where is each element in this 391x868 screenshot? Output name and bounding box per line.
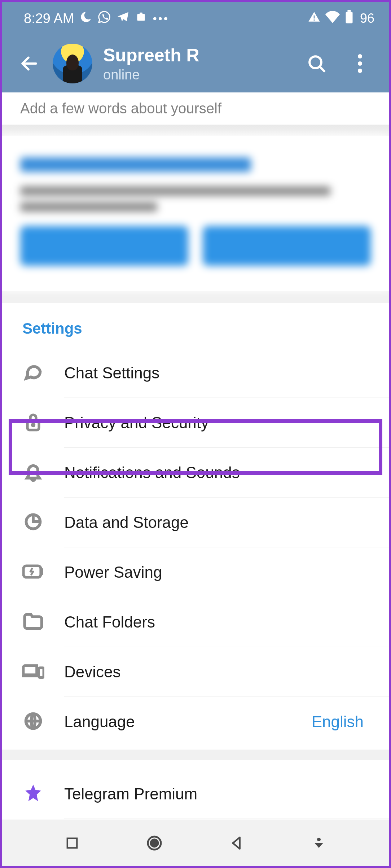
svg-rect-15: [67, 838, 77, 848]
settings-item-premium[interactable]: Telegram Premium: [2, 769, 389, 819]
svg-rect-2: [346, 12, 352, 23]
nav-home-button[interactable]: [142, 830, 167, 856]
settings-item-power-saving[interactable]: Power Saving: [2, 547, 389, 597]
chat-bubble-icon: [24, 363, 43, 383]
promo-button[interactable]: [203, 226, 371, 266]
settings-item-label: Chat Folders: [64, 613, 369, 631]
profile-header: Supreeth R online: [2, 35, 389, 92]
nav-ime-switch-button[interactable]: [306, 830, 331, 856]
svg-rect-1: [140, 12, 142, 14]
search-button[interactable]: [306, 53, 328, 74]
avatar[interactable]: [53, 44, 92, 83]
svg-rect-12: [39, 668, 44, 677]
settings-item-chat-settings[interactable]: Chat Settings: [2, 348, 389, 398]
telegram-icon: [117, 10, 129, 27]
svg-point-7: [358, 69, 362, 73]
bio-placeholder: Add a few words about yourself: [20, 100, 221, 117]
svg-rect-0: [137, 14, 145, 21]
settings-item-label: Chat Settings: [64, 364, 369, 382]
warning-icon: [308, 11, 320, 26]
battery-charge-icon: [22, 564, 44, 581]
settings-item-data-storage[interactable]: Data and Storage: [2, 498, 389, 547]
wifi-icon: [325, 11, 340, 26]
settings-item-chat-folders[interactable]: Chat Folders: [2, 597, 389, 647]
svg-rect-3: [347, 10, 351, 12]
settings-section: Settings Chat Settings Privacy and Secur…: [2, 303, 389, 747]
pie-chart-icon: [24, 512, 43, 533]
svg-point-18: [317, 838, 321, 841]
profile-status: online: [103, 67, 199, 83]
battery-percent: 96: [360, 11, 374, 26]
globe-icon: [23, 711, 43, 732]
settings-item-label: Telegram Premium: [64, 785, 369, 803]
back-button[interactable]: [17, 51, 42, 76]
promo-button[interactable]: [20, 226, 188, 266]
dnd-moon-icon: [80, 11, 92, 26]
settings-item-value: English: [312, 713, 369, 731]
system-nav-bar: [2, 820, 389, 866]
svg-point-17: [151, 839, 158, 847]
lock-icon: [24, 412, 42, 434]
more-dots-icon: •••: [153, 12, 169, 25]
folder-icon: [23, 613, 43, 632]
settings-item-devices[interactable]: Devices: [2, 647, 389, 697]
settings-item-language[interactable]: Language English: [2, 697, 389, 747]
svg-point-9: [32, 424, 34, 426]
status-time: 8:29 AM: [24, 11, 74, 26]
divider: [2, 750, 389, 760]
star-icon: [23, 783, 44, 805]
settings-item-label: Power Saving: [64, 563, 369, 581]
calendar-notif-icon: [135, 11, 147, 26]
settings-title: Settings: [2, 320, 389, 348]
svg-point-5: [358, 54, 362, 58]
profile-name: Supreeth R: [103, 45, 199, 66]
divider: [2, 291, 389, 303]
settings-item-label: Privacy and Security: [64, 414, 369, 432]
status-bar: 8:29 AM ••• 96: [2, 2, 389, 35]
nav-back-button[interactable]: [224, 830, 249, 856]
settings-item-label: Notifications and Sounds: [64, 464, 369, 482]
more-menu-button[interactable]: [349, 53, 371, 74]
settings-item-privacy[interactable]: Privacy and Security: [2, 398, 389, 448]
settings-item-label: Data and Storage: [64, 513, 369, 531]
settings-item-label: Devices: [64, 663, 369, 681]
divider: [2, 125, 389, 136]
promo-card-blurred: [2, 136, 389, 291]
bell-icon: [23, 462, 43, 483]
settings-item-notifications[interactable]: Notifications and Sounds: [2, 448, 389, 498]
bio-input[interactable]: Add a few words about yourself: [2, 92, 389, 125]
svg-point-6: [358, 61, 362, 66]
devices-icon: [22, 663, 44, 681]
whatsapp-icon: [98, 10, 111, 27]
nav-recents-button[interactable]: [60, 830, 85, 856]
settings-item-label: Language: [64, 713, 312, 731]
battery-icon: [345, 10, 353, 27]
